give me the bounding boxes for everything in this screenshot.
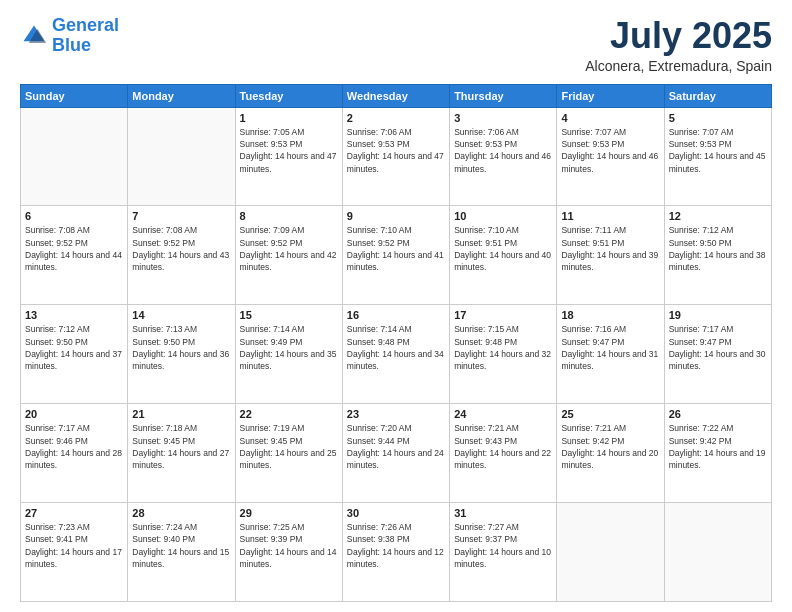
day-number: 22 (240, 408, 338, 420)
logo: General Blue (20, 16, 119, 56)
calendar-day-cell (128, 107, 235, 206)
calendar-day-cell (664, 503, 771, 602)
calendar-day-cell: 24Sunrise: 7:21 AM Sunset: 9:43 PM Dayli… (450, 404, 557, 503)
weekday-header-cell: Thursday (450, 84, 557, 107)
day-number: 23 (347, 408, 445, 420)
weekday-header-cell: Tuesday (235, 84, 342, 107)
day-number: 21 (132, 408, 230, 420)
day-info: Sunrise: 7:12 AM Sunset: 9:50 PM Dayligh… (25, 323, 123, 372)
location-title: Alconera, Extremadura, Spain (585, 58, 772, 74)
day-info: Sunrise: 7:25 AM Sunset: 9:39 PM Dayligh… (240, 521, 338, 570)
header: General Blue July 2025 Alconera, Extrema… (20, 16, 772, 74)
day-info: Sunrise: 7:14 AM Sunset: 9:48 PM Dayligh… (347, 323, 445, 372)
day-number: 18 (561, 309, 659, 321)
calendar-day-cell: 16Sunrise: 7:14 AM Sunset: 9:48 PM Dayli… (342, 305, 449, 404)
calendar-day-cell: 3Sunrise: 7:06 AM Sunset: 9:53 PM Daylig… (450, 107, 557, 206)
calendar-day-cell: 11Sunrise: 7:11 AM Sunset: 9:51 PM Dayli… (557, 206, 664, 305)
calendar-day-cell: 20Sunrise: 7:17 AM Sunset: 9:46 PM Dayli… (21, 404, 128, 503)
day-number: 26 (669, 408, 767, 420)
weekday-header-row: SundayMondayTuesdayWednesdayThursdayFrid… (21, 84, 772, 107)
weekday-header-cell: Monday (128, 84, 235, 107)
day-number: 17 (454, 309, 552, 321)
day-info: Sunrise: 7:20 AM Sunset: 9:44 PM Dayligh… (347, 422, 445, 471)
day-number: 7 (132, 210, 230, 222)
day-info: Sunrise: 7:09 AM Sunset: 9:52 PM Dayligh… (240, 224, 338, 273)
day-info: Sunrise: 7:12 AM Sunset: 9:50 PM Dayligh… (669, 224, 767, 273)
day-info: Sunrise: 7:06 AM Sunset: 9:53 PM Dayligh… (454, 126, 552, 175)
day-number: 4 (561, 112, 659, 124)
calendar-day-cell: 14Sunrise: 7:13 AM Sunset: 9:50 PM Dayli… (128, 305, 235, 404)
calendar-day-cell: 25Sunrise: 7:21 AM Sunset: 9:42 PM Dayli… (557, 404, 664, 503)
day-number: 2 (347, 112, 445, 124)
logo-text: General Blue (52, 16, 119, 56)
calendar-day-cell: 8Sunrise: 7:09 AM Sunset: 9:52 PM Daylig… (235, 206, 342, 305)
day-number: 28 (132, 507, 230, 519)
weekday-header-cell: Sunday (21, 84, 128, 107)
weekday-header-cell: Saturday (664, 84, 771, 107)
day-number: 24 (454, 408, 552, 420)
day-info: Sunrise: 7:27 AM Sunset: 9:37 PM Dayligh… (454, 521, 552, 570)
day-number: 15 (240, 309, 338, 321)
day-info: Sunrise: 7:13 AM Sunset: 9:50 PM Dayligh… (132, 323, 230, 372)
calendar-week-row: 20Sunrise: 7:17 AM Sunset: 9:46 PM Dayli… (21, 404, 772, 503)
calendar-day-cell: 21Sunrise: 7:18 AM Sunset: 9:45 PM Dayli… (128, 404, 235, 503)
day-info: Sunrise: 7:26 AM Sunset: 9:38 PM Dayligh… (347, 521, 445, 570)
day-info: Sunrise: 7:21 AM Sunset: 9:42 PM Dayligh… (561, 422, 659, 471)
calendar-day-cell: 12Sunrise: 7:12 AM Sunset: 9:50 PM Dayli… (664, 206, 771, 305)
day-number: 27 (25, 507, 123, 519)
logo-line1: General (52, 15, 119, 35)
calendar-day-cell: 19Sunrise: 7:17 AM Sunset: 9:47 PM Dayli… (664, 305, 771, 404)
day-info: Sunrise: 7:07 AM Sunset: 9:53 PM Dayligh… (561, 126, 659, 175)
day-number: 16 (347, 309, 445, 321)
day-number: 29 (240, 507, 338, 519)
calendar-day-cell: 17Sunrise: 7:15 AM Sunset: 9:48 PM Dayli… (450, 305, 557, 404)
calendar: SundayMondayTuesdayWednesdayThursdayFrid… (20, 84, 772, 602)
calendar-day-cell: 10Sunrise: 7:10 AM Sunset: 9:51 PM Dayli… (450, 206, 557, 305)
day-number: 10 (454, 210, 552, 222)
day-number: 1 (240, 112, 338, 124)
day-info: Sunrise: 7:19 AM Sunset: 9:45 PM Dayligh… (240, 422, 338, 471)
day-info: Sunrise: 7:17 AM Sunset: 9:47 PM Dayligh… (669, 323, 767, 372)
day-info: Sunrise: 7:08 AM Sunset: 9:52 PM Dayligh… (132, 224, 230, 273)
day-info: Sunrise: 7:18 AM Sunset: 9:45 PM Dayligh… (132, 422, 230, 471)
day-info: Sunrise: 7:23 AM Sunset: 9:41 PM Dayligh… (25, 521, 123, 570)
calendar-week-row: 13Sunrise: 7:12 AM Sunset: 9:50 PM Dayli… (21, 305, 772, 404)
day-number: 31 (454, 507, 552, 519)
weekday-header-cell: Wednesday (342, 84, 449, 107)
day-number: 5 (669, 112, 767, 124)
calendar-day-cell: 2Sunrise: 7:06 AM Sunset: 9:53 PM Daylig… (342, 107, 449, 206)
day-number: 12 (669, 210, 767, 222)
title-block: July 2025 Alconera, Extremadura, Spain (585, 16, 772, 74)
calendar-day-cell: 26Sunrise: 7:22 AM Sunset: 9:42 PM Dayli… (664, 404, 771, 503)
day-info: Sunrise: 7:16 AM Sunset: 9:47 PM Dayligh… (561, 323, 659, 372)
logo-icon (20, 22, 48, 50)
day-number: 9 (347, 210, 445, 222)
calendar-day-cell: 15Sunrise: 7:14 AM Sunset: 9:49 PM Dayli… (235, 305, 342, 404)
day-info: Sunrise: 7:21 AM Sunset: 9:43 PM Dayligh… (454, 422, 552, 471)
logo-line2: Blue (52, 35, 91, 55)
day-info: Sunrise: 7:22 AM Sunset: 9:42 PM Dayligh… (669, 422, 767, 471)
day-number: 13 (25, 309, 123, 321)
day-number: 11 (561, 210, 659, 222)
calendar-day-cell: 1Sunrise: 7:05 AM Sunset: 9:53 PM Daylig… (235, 107, 342, 206)
calendar-week-row: 1Sunrise: 7:05 AM Sunset: 9:53 PM Daylig… (21, 107, 772, 206)
day-number: 8 (240, 210, 338, 222)
calendar-day-cell: 28Sunrise: 7:24 AM Sunset: 9:40 PM Dayli… (128, 503, 235, 602)
day-number: 3 (454, 112, 552, 124)
calendar-day-cell: 31Sunrise: 7:27 AM Sunset: 9:37 PM Dayli… (450, 503, 557, 602)
calendar-body: 1Sunrise: 7:05 AM Sunset: 9:53 PM Daylig… (21, 107, 772, 601)
calendar-day-cell: 18Sunrise: 7:16 AM Sunset: 9:47 PM Dayli… (557, 305, 664, 404)
calendar-day-cell: 5Sunrise: 7:07 AM Sunset: 9:53 PM Daylig… (664, 107, 771, 206)
day-number: 20 (25, 408, 123, 420)
calendar-day-cell: 6Sunrise: 7:08 AM Sunset: 9:52 PM Daylig… (21, 206, 128, 305)
calendar-day-cell: 27Sunrise: 7:23 AM Sunset: 9:41 PM Dayli… (21, 503, 128, 602)
day-info: Sunrise: 7:10 AM Sunset: 9:52 PM Dayligh… (347, 224, 445, 273)
calendar-day-cell: 4Sunrise: 7:07 AM Sunset: 9:53 PM Daylig… (557, 107, 664, 206)
calendar-day-cell: 22Sunrise: 7:19 AM Sunset: 9:45 PM Dayli… (235, 404, 342, 503)
day-info: Sunrise: 7:07 AM Sunset: 9:53 PM Dayligh… (669, 126, 767, 175)
calendar-week-row: 6Sunrise: 7:08 AM Sunset: 9:52 PM Daylig… (21, 206, 772, 305)
day-info: Sunrise: 7:24 AM Sunset: 9:40 PM Dayligh… (132, 521, 230, 570)
day-number: 19 (669, 309, 767, 321)
month-title: July 2025 (585, 16, 772, 56)
day-info: Sunrise: 7:14 AM Sunset: 9:49 PM Dayligh… (240, 323, 338, 372)
